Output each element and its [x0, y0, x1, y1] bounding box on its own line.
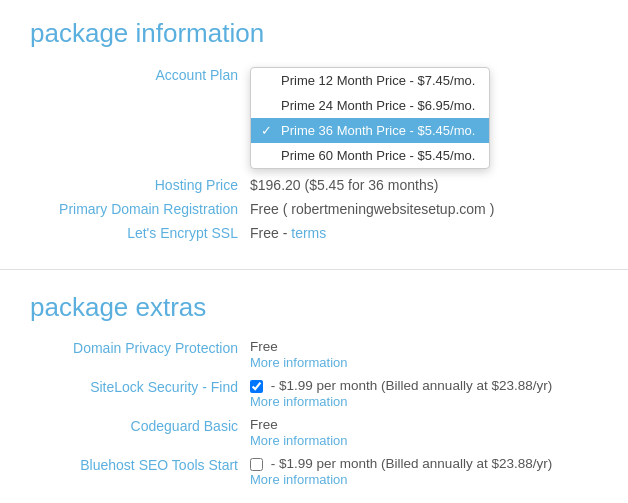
ssl-free: Free: [250, 225, 279, 241]
account-plan-dropdown[interactable]: Prime 12 Month Price - $7.45/mo. Prime 2…: [250, 67, 490, 169]
seo-tools-more-info[interactable]: More information: [250, 472, 598, 487]
sitelock-checkbox[interactable]: [250, 380, 263, 393]
seo-tools-row: Bluehost SEO Tools Start - $1.99 per mon…: [30, 454, 598, 493]
domain-privacy-row: Domain Privacy Protection Free More info…: [30, 337, 598, 376]
hosting-price-value: $196.20 ($5.45 for 36 months): [250, 173, 598, 197]
seo-tools-checkbox[interactable]: [250, 458, 263, 471]
package-info-section: package information Account Plan Prime 1…: [0, 0, 628, 265]
ssl-value: Free - terms: [250, 221, 598, 245]
sitelock-more-info[interactable]: More information: [250, 394, 598, 409]
account-plan-label: Account Plan: [30, 63, 250, 173]
primary-domain-value: Free ( robertmeningwebsitesetup.com ): [250, 197, 598, 221]
primary-domain-free: Free: [250, 201, 279, 217]
extras-table: Domain Privacy Protection Free More info…: [30, 337, 598, 493]
seo-tools-value: - $1.99 per month (Billed annually at $2…: [250, 454, 598, 493]
codeguard-row: Codeguard Basic Free More information: [30, 415, 598, 454]
ssl-terms-link[interactable]: terms: [291, 225, 326, 241]
dropdown-item-label-prime60: Prime 60 Month Price - $5.45/mo.: [281, 148, 475, 163]
codeguard-more-info[interactable]: More information: [250, 433, 598, 448]
dropdown-item-label-prime12: Prime 12 Month Price - $7.45/mo.: [281, 73, 475, 88]
ssl-dash: -: [283, 225, 292, 241]
seo-tools-checkbox-row: - $1.99 per month (Billed annually at $2…: [250, 456, 552, 471]
primary-domain-domain: ( robertmeningwebsitesetup.com ): [283, 201, 495, 217]
ssl-label: Let's Encrypt SSL: [30, 221, 250, 245]
codeguard-free: Free: [250, 417, 278, 432]
codeguard-label: Codeguard Basic: [30, 415, 250, 454]
account-plan-value: Prime 12 Month Price - $7.45/mo. Prime 2…: [250, 63, 598, 173]
check-icon-prime60: [261, 148, 275, 163]
primary-domain-row: Primary Domain Registration Free ( rober…: [30, 197, 598, 221]
dropdown-item-label-prime36: Prime 36 Month Price - $5.45/mo.: [281, 123, 475, 138]
check-icon-prime24: [261, 98, 275, 113]
sitelock-value: - $1.99 per month (Billed annually at $2…: [250, 376, 598, 415]
domain-privacy-free: Free: [250, 339, 278, 354]
sitelock-row: SiteLock Security - Find - $1.99 per mon…: [30, 376, 598, 415]
account-plan-row: Account Plan Prime 12 Month Price - $7.4…: [30, 63, 598, 173]
dropdown-item-prime24[interactable]: Prime 24 Month Price - $6.95/mo.: [251, 93, 489, 118]
domain-privacy-more-info[interactable]: More information: [250, 355, 598, 370]
sitelock-label: SiteLock Security - Find: [30, 376, 250, 415]
dropdown-item-prime36[interactable]: ✓ Prime 36 Month Price - $5.45/mo.: [251, 118, 489, 143]
package-extras-section: package extras Domain Privacy Protection…: [0, 274, 628, 503]
package-info-table: Account Plan Prime 12 Month Price - $7.4…: [30, 63, 598, 245]
dropdown-item-label-prime24: Prime 24 Month Price - $6.95/mo.: [281, 98, 475, 113]
hosting-price-row: Hosting Price $196.20 ($5.45 for 36 mont…: [30, 173, 598, 197]
sitelock-checkbox-row: - $1.99 per month (Billed annually at $2…: [250, 378, 552, 393]
section-divider: [0, 269, 628, 270]
hosting-price-label: Hosting Price: [30, 173, 250, 197]
primary-domain-label: Primary Domain Registration: [30, 197, 250, 221]
domain-privacy-label: Domain Privacy Protection: [30, 337, 250, 376]
codeguard-value: Free More information: [250, 415, 598, 454]
package-extras-title: package extras: [30, 292, 598, 323]
seo-tools-text: - $1.99 per month (Billed annually at $2…: [271, 456, 552, 471]
hosting-price-text: $196.20 ($5.45 for 36 months): [250, 177, 438, 193]
check-icon-prime36: ✓: [261, 123, 275, 138]
dropdown-item-prime12[interactable]: Prime 12 Month Price - $7.45/mo.: [251, 68, 489, 93]
package-info-title: package information: [30, 18, 598, 49]
dropdown-item-prime60[interactable]: Prime 60 Month Price - $5.45/mo.: [251, 143, 489, 168]
sitelock-text: - $1.99 per month (Billed annually at $2…: [271, 378, 552, 393]
check-icon-prime12: [261, 73, 275, 88]
ssl-row: Let's Encrypt SSL Free - terms: [30, 221, 598, 245]
domain-privacy-value: Free More information: [250, 337, 598, 376]
seo-tools-label: Bluehost SEO Tools Start: [30, 454, 250, 493]
